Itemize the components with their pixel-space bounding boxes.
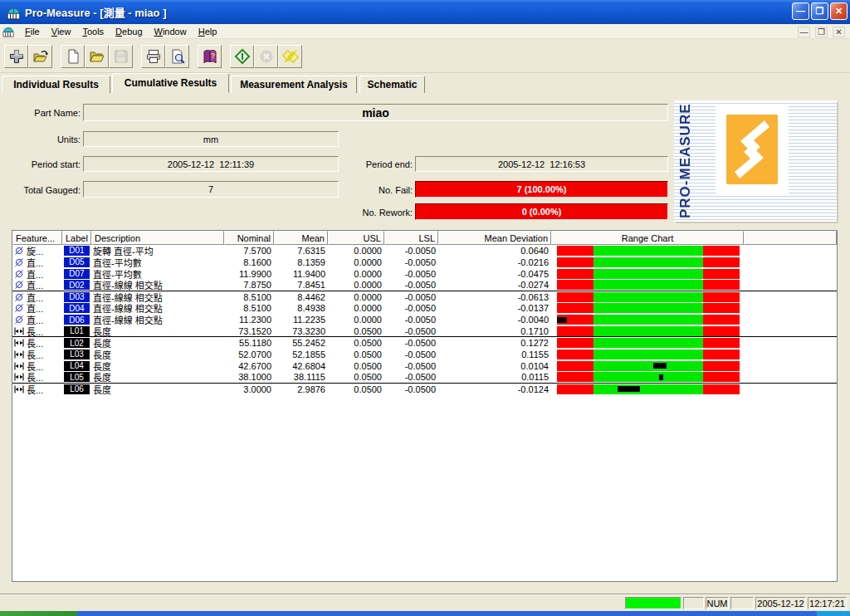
cell-feature: 直... xyxy=(12,280,62,291)
lsl-value: -0.0050 xyxy=(405,280,436,290)
column-header-label[interactable]: Label xyxy=(62,231,91,245)
table-row[interactable]: 直...D05直徑-平均數8.16008.13590.0000-0.0050-0… xyxy=(12,257,837,268)
usl-value: 0.0000 xyxy=(354,257,382,267)
cell-filler xyxy=(744,360,837,372)
tab-individual-results[interactable]: Individual Results xyxy=(2,76,110,93)
cell-label: D04 xyxy=(62,302,91,314)
usl-value: 0.0500 xyxy=(354,326,382,336)
range-marker xyxy=(659,374,663,380)
tab-cumulative-results[interactable]: Cumulative Results xyxy=(112,73,229,93)
tab-strip: Individual ResultsCumulative ResultsMeas… xyxy=(0,73,850,93)
range-zone-fail xyxy=(703,246,740,256)
feature-text: 長... xyxy=(27,325,43,336)
column-header-lsl[interactable]: LSL xyxy=(384,231,438,245)
open-folder-button[interactable] xyxy=(85,45,109,68)
cell-mean: 2.9876 xyxy=(274,384,328,395)
column-header-mean-deviation[interactable]: Mean Deviation xyxy=(438,231,551,245)
start-measure-icon xyxy=(234,48,251,65)
cell-usl: 0.0500 xyxy=(328,384,384,395)
print-button[interactable] xyxy=(141,45,165,68)
range-zone-fail xyxy=(557,292,594,302)
cell-label: L04 xyxy=(62,360,91,372)
feature-text: 直... xyxy=(27,302,43,314)
toolbar-group-4: ? xyxy=(198,45,222,68)
menu-item-window[interactable]: Window xyxy=(149,25,193,38)
menu-item-tools[interactable]: Tools xyxy=(76,25,110,38)
table-row[interactable]: 長...L02長度55.118055.24520.0500-0.05000.12… xyxy=(12,337,837,349)
cell-range-chart xyxy=(551,245,744,257)
range-chart-bar xyxy=(557,326,740,336)
table-row[interactable]: 直...D02直徑-線線 相交點7.87507.84510.0000-0.005… xyxy=(12,280,837,291)
help-book-button[interactable]: ? xyxy=(198,45,222,68)
mean-value: 73.3230 xyxy=(292,326,325,336)
mean-deviation-value: 0.0640 xyxy=(520,246,549,256)
cell-mean: 7.6315 xyxy=(274,245,328,257)
start-measure-button[interactable] xyxy=(230,45,254,68)
cell-description: 長度 xyxy=(91,349,224,360)
cell-label: L06 xyxy=(62,384,91,395)
label-chip: L04 xyxy=(64,361,90,371)
table-row[interactable]: 長...L04長度42.670042.68040.0500-0.05000.01… xyxy=(12,360,837,372)
column-header-feature[interactable]: Feature... xyxy=(12,231,62,245)
table-row[interactable]: 旋...D01旋轉 直徑-平均7.57007.63150.0000-0.0050… xyxy=(12,245,837,257)
column-header-label: Description xyxy=(95,233,140,243)
tab-measurement-analysis[interactable]: Measurement Analysis xyxy=(231,76,357,93)
mdi-minimize-button[interactable]: — xyxy=(798,27,810,37)
tab-schematic[interactable]: Schematic xyxy=(359,76,425,93)
tab-label: Schematic xyxy=(367,79,417,90)
table-row[interactable]: 長...L06長度3.00002.98760.0500-0.0500-0.012… xyxy=(12,384,837,395)
new-document-icon xyxy=(65,48,81,65)
table-row[interactable]: 直...D07直徑-平均數11.990011.94000.0000-0.0050… xyxy=(12,268,837,280)
column-header-mean[interactable]: Mean xyxy=(274,231,328,245)
new-document-button[interactable] xyxy=(61,45,85,68)
mean-deviation-value: 0.1710 xyxy=(520,326,549,336)
nominal-value: 7.8750 xyxy=(243,280,271,290)
menu-item-view[interactable]: View xyxy=(46,25,77,38)
cell-description: 長度 xyxy=(91,384,224,395)
mdi-close-button[interactable]: ✕ xyxy=(833,27,845,37)
usl-value: 0.0500 xyxy=(354,350,382,359)
gauge-button[interactable] xyxy=(278,45,302,68)
column-header-range-chart[interactable]: Range Chart xyxy=(551,231,744,245)
column-header-usl[interactable]: USL xyxy=(328,231,384,245)
cell-feature: 直... xyxy=(12,314,62,325)
add-part-icon xyxy=(8,48,25,65)
range-zone-fail xyxy=(557,257,594,267)
cell-filler xyxy=(744,314,837,325)
mean-deviation-value: -0.0613 xyxy=(518,292,549,302)
table-row[interactable]: 直...D06直徑-線線 相交點11.230011.22350.0000-0.0… xyxy=(12,314,837,325)
start-button[interactable] xyxy=(0,611,77,616)
menu-item-debug[interactable]: Debug xyxy=(110,25,148,38)
range-zone-fail xyxy=(703,361,740,371)
close-button[interactable]: ✕ xyxy=(830,2,848,20)
restore-button[interactable]: ❐ xyxy=(811,2,828,20)
range-zone-fail xyxy=(557,361,594,371)
usl-value: 0.0500 xyxy=(354,338,382,348)
column-header-nominal[interactable]: Nominal xyxy=(224,231,274,245)
minimize-button[interactable]: — xyxy=(792,2,809,20)
help-book-icon: ? xyxy=(202,48,218,65)
table-row[interactable]: 直...D04直徑-線線 相交點8.51008.49380.0000-0.005… xyxy=(12,302,837,314)
print-preview-button[interactable] xyxy=(165,45,189,68)
range-zone-fail xyxy=(557,372,594,382)
column-header-label: Label xyxy=(66,233,88,243)
mdi-restore-button[interactable]: ❐ xyxy=(815,27,828,37)
menu-item-file[interactable]: File xyxy=(19,25,46,38)
column-header-label: Mean Deviation xyxy=(485,233,548,243)
brand-logo-icon xyxy=(716,105,789,193)
cell-filler xyxy=(744,302,837,314)
cell-usl: 0.0000 xyxy=(328,268,384,280)
table-row[interactable]: 長...L01長度73.152073.32300.0500-0.05000.17… xyxy=(12,325,837,337)
table-row[interactable]: 長...L03長度52.070052.18550.0500-0.05000.11… xyxy=(12,349,837,360)
cell-range-chart xyxy=(551,280,744,291)
open-part-button[interactable] xyxy=(28,45,52,68)
column-header-description[interactable]: Description xyxy=(91,231,224,245)
num-lock-indicator: NUM xyxy=(706,597,729,609)
menu-item-help[interactable]: Help xyxy=(193,25,223,38)
column-header-filler xyxy=(744,231,837,245)
range-zone-fail xyxy=(703,280,740,290)
add-part-button[interactable] xyxy=(4,45,28,68)
table-row[interactable]: 直...D03直徑-線線 相交點8.51008.44620.0000-0.005… xyxy=(12,291,837,303)
print-icon xyxy=(145,48,162,65)
table-row[interactable]: 長...L05長度38.100038.11150.0500-0.05000.01… xyxy=(12,372,837,384)
